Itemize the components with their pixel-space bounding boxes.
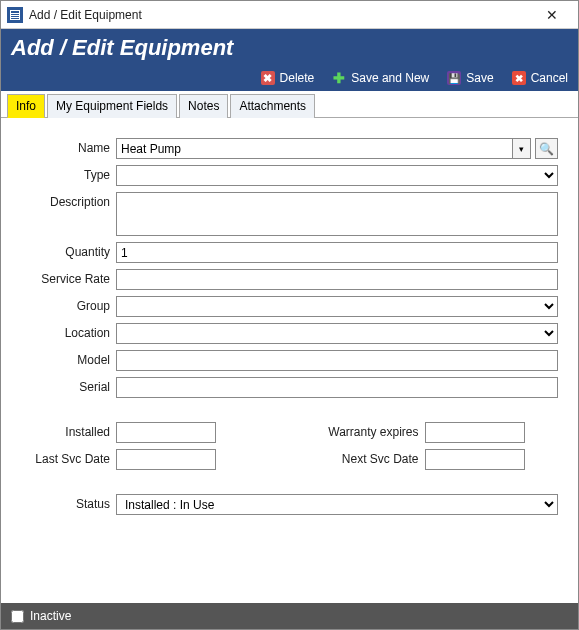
cancel-label: Cancel [531,71,568,85]
name-dropdown-button[interactable]: ▾ [513,138,531,159]
warranty-expires-input[interactable] [425,422,525,443]
page-header: Add / Edit Equipment [1,29,578,67]
status-label: Status [21,494,116,511]
service-rate-label: Service Rate [21,269,116,286]
svg-rect-1 [11,11,19,13]
serial-input[interactable] [116,377,558,398]
status-select[interactable]: Installed : In Use [116,494,558,515]
tab-attachments[interactable]: Attachments [230,94,315,118]
service-rate-input[interactable] [116,269,558,290]
name-input[interactable] [116,138,513,159]
group-label: Group [21,296,116,313]
window-close-button[interactable]: ✕ [532,7,572,23]
name-label: Name [21,138,116,155]
form-content: Name ▾ 🔍 Type Description [1,118,578,603]
plus-icon: ✚ [332,71,346,85]
next-svc-date-input[interactable] [425,449,525,470]
installed-input[interactable] [116,422,216,443]
inactive-label: Inactive [30,609,71,623]
cancel-button[interactable]: ✖ Cancel [512,71,568,85]
app-icon [7,7,23,23]
serial-label: Serial [21,377,116,394]
warranty-expires-label: Warranty expires [295,422,425,439]
save-button[interactable]: 💾 Save [447,71,493,85]
last-svc-date-input[interactable] [116,449,216,470]
footer: Inactive [1,603,578,629]
location-select[interactable] [116,323,558,344]
toolbar: ✖ Delete ✚ Save and New 💾 Save ✖ Cancel [1,67,578,91]
inactive-checkbox[interactable] [11,610,24,623]
quantity-label: Quantity [21,242,116,259]
svg-rect-4 [11,18,19,19]
delete-button[interactable]: ✖ Delete [261,71,315,85]
tab-info[interactable]: Info [7,94,45,118]
location-label: Location [21,323,116,340]
svg-rect-3 [11,16,19,17]
titlebar: Add / Edit Equipment ✕ [1,1,578,29]
chevron-down-icon: ▾ [519,144,524,154]
save-icon: 💾 [447,71,461,85]
window-title: Add / Edit Equipment [29,8,532,22]
next-svc-date-label: Next Svc Date [295,449,425,466]
tabs: Info My Equipment Fields Notes Attachmen… [1,93,578,118]
quantity-input[interactable] [116,242,558,263]
tab-my-equipment-fields[interactable]: My Equipment Fields [47,94,177,118]
name-search-button[interactable]: 🔍 [535,138,558,159]
save-and-new-label: Save and New [351,71,429,85]
type-select[interactable] [116,165,558,186]
svg-rect-2 [11,14,19,15]
type-label: Type [21,165,116,182]
delete-icon: ✖ [261,71,275,85]
group-select[interactable] [116,296,558,317]
page-title: Add / Edit Equipment [11,35,568,61]
description-textarea[interactable] [116,192,558,236]
last-svc-date-label: Last Svc Date [21,449,116,466]
model-label: Model [21,350,116,367]
installed-label: Installed [21,422,116,439]
save-and-new-button[interactable]: ✚ Save and New [332,71,429,85]
binoculars-icon: 🔍 [539,142,554,156]
model-input[interactable] [116,350,558,371]
cancel-icon: ✖ [512,71,526,85]
description-label: Description [21,192,116,209]
delete-label: Delete [280,71,315,85]
tab-notes[interactable]: Notes [179,94,228,118]
save-label: Save [466,71,493,85]
